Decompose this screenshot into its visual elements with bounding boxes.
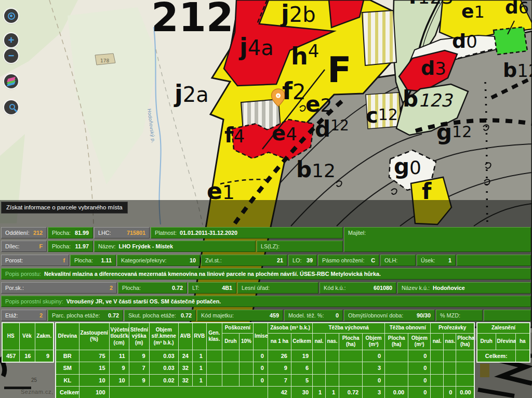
header-stredni-vyska-m: Střední výška (m) [129,323,149,350]
map-label-e4: e4 [272,124,297,142]
header-vycetni-tloustka-cm: Výčetní tloušťka (cm) [109,323,129,350]
table-cell: 1 [192,374,206,387]
table-cell: 42 [268,387,291,398]
table-cell [431,387,444,398]
table-cell: 100 [79,387,109,398]
field-ls-lz: LS(LZ): [257,241,343,252]
field-porost: Porost:f [1,255,69,266]
table-cell: 0 [408,387,431,398]
table-cell: 19 [291,350,312,362]
table-cell [444,374,456,387]
map-label-g12: g12 [436,123,472,142]
header-hs: HS [2,323,19,350]
table-cell [339,350,363,362]
table-row: 457169 [2,350,54,362]
field-pasmo-ohrozeni: Pásmo ohrožení:C [318,255,379,266]
svg-text:✶: ✶ [277,94,280,98]
table-cell: 26 [268,350,291,362]
table-cell [239,374,253,387]
header-rvb: RVB [192,323,206,350]
table-cell [222,374,239,387]
header-plocha-ha: Plocha (ha) [339,333,363,350]
map-label-b1-edge: b12 [503,61,532,79]
table-cell [313,374,326,387]
header-10: 10% [239,333,253,350]
table-cell: 0.03 [149,350,178,362]
map-label-178: 178 [100,56,109,63]
table-cell [326,350,339,362]
plus-icon: + [8,35,15,45]
table-cell [206,350,222,362]
table-cell: 32 [178,374,192,387]
minus-icon: − [8,50,15,61]
field-kod-majetku: Kód majetku:459 [197,310,283,321]
field-por-sk: Por.sk.:2 [1,282,117,294]
scalebar-label-25: 25 [31,377,37,383]
table-cell [313,350,326,362]
locate-button[interactable] [4,9,18,23]
header-poskozeni: Poškození [222,323,253,333]
table-cell: 15 [79,362,109,375]
field-lesni-urad: Lesní úřad: [237,282,318,294]
table-cell [515,350,530,362]
header-celkem: Celkem [291,333,312,350]
table-cell: 5 [291,374,312,387]
table-cell: 0.03 [149,362,178,375]
header-nal: nal. [431,333,444,350]
header-plocha-ha: Plocha (ha) [456,333,474,350]
map-label-e1-bottom: e1 [207,181,235,202]
header-tezba-obnovni: Těžba obnovní [385,323,431,333]
header-gen-klas: Gen. klas. [206,323,222,350]
zoom-out-button[interactable]: − [4,49,18,63]
header-zalesneni: Zalesnění [477,323,530,333]
table-cell [456,350,474,362]
zoom-in-button[interactable]: + [4,33,18,47]
table-cell: 0 [253,350,268,362]
field-olh: OLH: [380,255,416,266]
map-label-f2: f2 [282,81,305,102]
field-popis-porostni-skupiny: Popis porostní skupiny:Vtroušený JR, ve … [1,296,531,307]
table-cell [239,362,253,375]
header-na-1-ha: na 1 ha [268,333,291,350]
table-cell [385,362,408,375]
header-tezba-vychovna: Těžba výchovná [313,323,385,333]
table-cell: 1 [326,387,339,398]
layers-button[interactable] [4,74,18,88]
table-cell: 24 [178,350,192,362]
header-zastoupeni: Zastoupení (%) [79,323,109,350]
table-row: KL101090.0232107500 [56,374,474,387]
table-cell: 457 [2,350,19,362]
table-cell [326,362,339,375]
layers-icon [6,76,16,86]
field-obmyti-obnovni-doba: Obmýtí/obnovní doba:90/30 [344,310,435,321]
table-cell [206,374,222,387]
field-usek: Úsek:1 [417,255,456,266]
map-label-e1-top: e1 [461,3,485,20]
table-cell: BR [56,350,79,362]
header-druh: Druh [477,333,496,350]
map-label-d0: d0 [452,32,477,50]
table-cell: 7 [268,374,291,387]
header-plocha-ha: Plocha (ha) [385,333,408,350]
table-cell [456,362,474,375]
table-cell: 9 [109,362,129,375]
header-ha: ha [515,333,530,350]
map-label-j2b: j2b [281,3,316,24]
field-majitel: Majitel: [344,227,531,252]
header-objem-m: Objem (m³) [408,333,431,350]
table-cell: 6 [291,362,312,375]
search-button[interactable] [4,100,18,114]
table-cell: 10 [109,374,129,387]
map-label-h4: h4 [291,46,319,67]
field-lhc: LHC:715801 [94,227,150,238]
zalesneni-table: ZalesněníDruhDřevinahaCelkem: [476,322,530,363]
field-plocha: Plocha:11.97 [48,241,93,252]
header-avb: AVB [178,323,192,350]
header-nal: nal. [313,333,326,350]
map-label-j4a: j4a [240,36,274,58]
table-cell: SM [56,362,79,375]
field-mzd: % MZD: [436,310,483,321]
table-cell: 0 [253,362,268,375]
field-plocha: Plocha:1.11 [70,255,116,266]
table-cell [313,362,326,375]
